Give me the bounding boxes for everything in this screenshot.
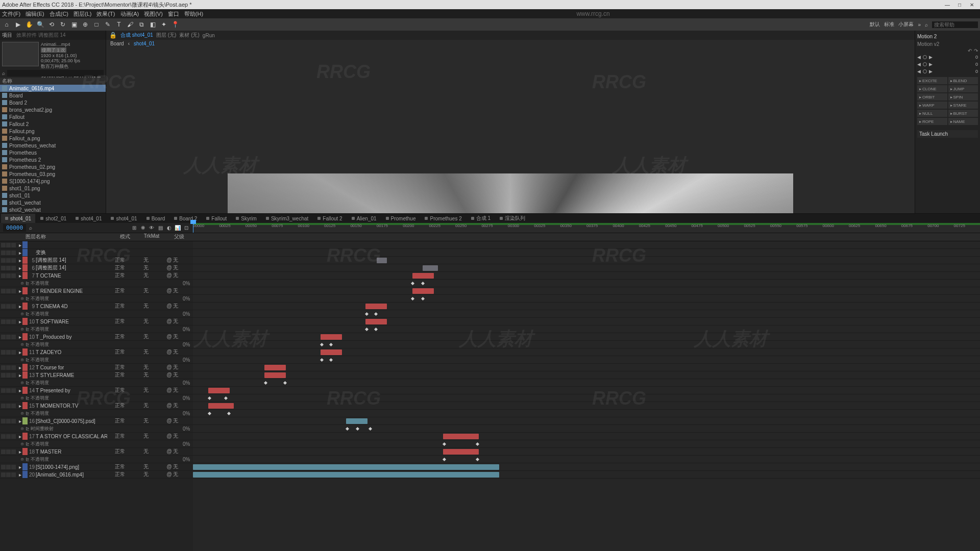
track-row[interactable]	[193, 303, 980, 310]
trkmat-dropdown[interactable]: 无	[133, 333, 159, 340]
clip[interactable]	[412, 273, 434, 279]
motion-button-warp[interactable]: ▸WARP	[917, 102, 947, 109]
blend-mode-dropdown[interactable]: 正常	[107, 257, 133, 264]
lock-toggle[interactable]	[11, 289, 16, 293]
solo-toggle[interactable]	[6, 266, 11, 270]
parent-dropdown[interactable]: @ 无	[159, 371, 186, 379]
track-row[interactable]	[193, 333, 980, 341]
project-item[interactable]: shot1_01.png	[0, 185, 106, 192]
solo-toggle[interactable]	[6, 319, 11, 324]
keyframe[interactable]	[374, 328, 378, 331]
layer-property-row[interactable]: ⊙ ⊵ 不透明度0%	[0, 310, 193, 318]
timeline-tab[interactable]: Board	[142, 214, 169, 223]
track-row[interactable]	[193, 348, 980, 356]
layer-property-row[interactable]: ⊙ ⊵ 不透明度0%	[0, 410, 193, 417]
track-row[interactable]	[193, 364, 980, 371]
timeline-tab[interactable]: Fallout	[202, 214, 231, 223]
current-time[interactable]: 00000	[3, 224, 26, 232]
project-item[interactable]: S[1000-1474].png	[0, 178, 106, 185]
keyframe[interactable]	[356, 427, 359, 431]
layer-row[interactable]: ▸ 11 T ZAOEYO 正常 无 @ 无	[0, 348, 193, 356]
expand-icon[interactable]: ▸	[17, 372, 22, 378]
trkmat-dropdown[interactable]: 无	[133, 287, 159, 294]
visibility-toggle[interactable]	[1, 449, 6, 454]
layer-property-row[interactable]: ⊙ ⊵ 不透明度0%	[0, 356, 193, 364]
project-item[interactable]: shot2_wechat	[0, 206, 106, 213]
playhead[interactable]	[193, 223, 193, 233]
track-row[interactable]	[193, 379, 980, 387]
layer-row[interactable]: ▸ 7 T OCTANE 正常 无 @ 无	[0, 272, 193, 280]
expand-icon[interactable]: ▸	[17, 334, 22, 340]
workspace-tab-small[interactable]: 小屏幕	[898, 21, 914, 28]
minimize-button[interactable]: —	[941, 2, 953, 8]
timeline-tab[interactable]: shot4_01	[1, 214, 35, 223]
project-search-input[interactable]	[7, 70, 104, 77]
visibility-toggle[interactable]	[1, 335, 6, 339]
layer-row[interactable]: ▸ 9 T CINEMA 4D 正常 无 @ 无	[0, 303, 193, 310]
workspace-tab-default[interactable]: 默认	[870, 21, 880, 28]
layer-color-label[interactable]	[22, 448, 28, 455]
parent-dropdown[interactable]: @ 无	[159, 433, 186, 440]
menu-edit[interactable]: 编辑(E)	[26, 10, 44, 18]
col-parent[interactable]: 父级	[165, 233, 193, 241]
expand-icon[interactable]: ▸	[17, 250, 22, 256]
lock-toggle[interactable]	[11, 404, 16, 408]
motion-button-excite[interactable]: ▸EXCITE	[917, 77, 947, 84]
track-row[interactable]	[193, 272, 980, 280]
clip[interactable]	[264, 372, 286, 378]
visibility-toggle[interactable]	[1, 465, 6, 469]
parent-dropdown[interactable]: @ 无	[159, 417, 186, 424]
lock-toggle[interactable]	[11, 419, 16, 423]
layer-row[interactable]: ▸ 10 T SOFTWARE 正常 无 @ 无	[0, 318, 193, 325]
track-row[interactable]	[193, 440, 980, 448]
camera-tool-icon[interactable]: ▣	[69, 20, 79, 29]
orbit-tool-icon[interactable]: ⟲	[47, 20, 56, 29]
layer-color-label[interactable]	[22, 287, 28, 294]
effects-controls-tab[interactable]: 效果控件 调整图层 14	[16, 32, 66, 39]
trkmat-dropdown[interactable]: 无	[133, 448, 159, 455]
expand-icon[interactable]: ▸	[17, 464, 22, 470]
layer-property-row[interactable]: ⊙ ⊵ 不透明度0%	[0, 280, 193, 287]
timeline-tab[interactable]: Promethues 2	[421, 214, 465, 223]
lock-toggle[interactable]	[11, 243, 16, 247]
motion-button-clone[interactable]: ▸CLONE	[917, 85, 947, 92]
keyframe[interactable]	[224, 396, 228, 400]
trkmat-dropdown[interactable]: 无	[133, 402, 159, 409]
layer-property-row[interactable]: ⊙ ⊵ 不透明度0%	[0, 379, 193, 387]
keyframe[interactable]	[476, 442, 479, 446]
timeline-tab[interactable]: shot2_01	[36, 214, 70, 223]
track-row[interactable]	[193, 318, 980, 325]
blend-mode-dropdown[interactable]: 正常	[107, 417, 133, 424]
clip[interactable]	[346, 418, 368, 424]
timeline-tab[interactable]: Skyrim3_wechat	[262, 214, 312, 223]
layer-property-row[interactable]: ⊙ ⊵ 不透明度0%	[0, 325, 193, 333]
menu-view[interactable]: 视图(V)	[144, 10, 163, 18]
track-row[interactable]	[193, 456, 980, 463]
motion-button-stare[interactable]: ▸STARE	[948, 102, 978, 109]
solo-toggle[interactable]	[6, 434, 11, 439]
maximize-button[interactable]: □	[953, 2, 966, 8]
motion-undo-icon[interactable]: ↶	[968, 48, 972, 54]
rect-tool-icon[interactable]: □	[92, 20, 101, 29]
keyframe[interactable]	[329, 358, 333, 362]
visibility-toggle[interactable]	[1, 388, 6, 393]
search-icon[interactable]: ⌕	[2, 70, 5, 76]
expand-icon[interactable]: ▸	[17, 472, 22, 478]
visibility-toggle[interactable]	[1, 289, 6, 293]
menu-help[interactable]: 帮助(H)	[184, 10, 203, 18]
project-item[interactable]: Prometheus_03.png	[0, 170, 106, 178]
blend-mode-dropdown[interactable]: 正常	[107, 471, 133, 478]
solo-toggle[interactable]	[6, 472, 11, 477]
workspace-tab-standard[interactable]: 标准	[884, 21, 894, 28]
track-row[interactable]	[193, 310, 980, 318]
menu-animation[interactable]: 动画(A)	[120, 10, 139, 18]
solo-toggle[interactable]	[6, 251, 11, 255]
blend-mode-dropdown[interactable]: 正常	[107, 272, 133, 279]
project-item[interactable]: shot1_01	[0, 192, 106, 199]
search-icon[interactable]: ⌕	[925, 22, 928, 28]
project-item[interactable]: Animatic_0616.mp4	[0, 85, 106, 92]
project-item[interactable]: brons_wechat2.jpg	[0, 106, 106, 113]
home-icon[interactable]: ⌂	[2, 20, 11, 29]
clip[interactable]	[264, 365, 286, 370]
project-item[interactable]: Fallout	[0, 113, 106, 120]
